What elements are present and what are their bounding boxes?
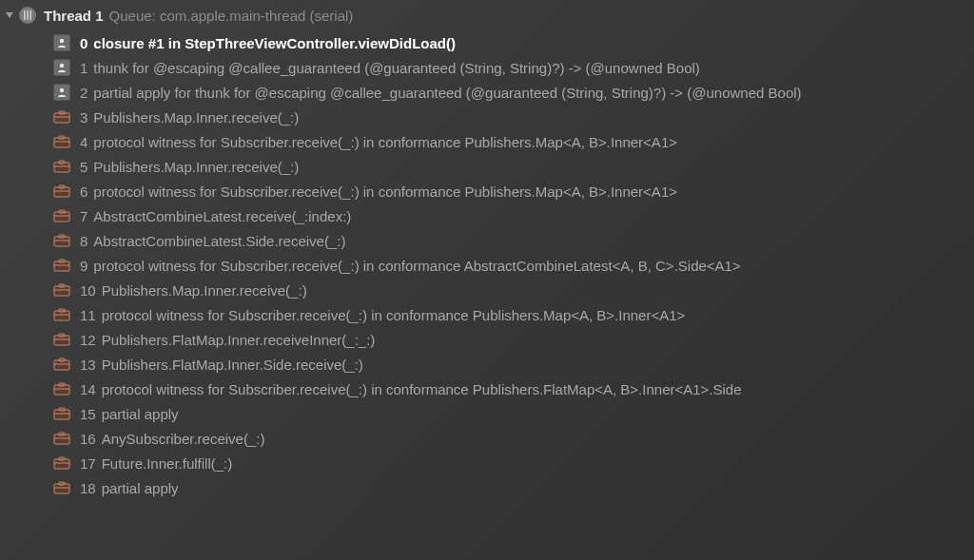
briefcase-icon	[53, 233, 70, 248]
stack-frame-index: 8	[80, 233, 88, 249]
stack-frame-label: partial apply for thunk for @escaping @c…	[93, 85, 801, 101]
debug-navigator-panel: Thread 1 Queue: com.apple.main-thread (s…	[0, 0, 974, 560]
stack-frame-index: 7	[80, 208, 88, 224]
briefcase-icon	[53, 307, 70, 322]
person-icon	[53, 60, 70, 75]
briefcase-icon	[53, 332, 70, 347]
thread-icon	[19, 7, 36, 24]
thread-title: Thread 1	[44, 8, 104, 24]
stack-frame-row[interactable]: 18partial apply	[19, 475, 974, 500]
stack-frame-index: 13	[80, 357, 96, 373]
svg-marker-0	[6, 12, 13, 18]
stack-frame-label: protocol witness for Subscriber.receive(…	[102, 381, 742, 397]
briefcase-icon	[53, 282, 70, 298]
stack-frame-row[interactable]: 16AnySubscriber.receive(_:)	[19, 426, 974, 451]
stack-frame-index: 4	[80, 134, 88, 150]
briefcase-icon	[53, 183, 70, 199]
stack-frame-label: thunk for @escaping @callee_guaranteed (…	[93, 60, 700, 76]
stack-frame-index: 17	[80, 455, 96, 472]
stack-frame-index: 16	[80, 431, 96, 447]
stack-frame-index: 6	[80, 183, 88, 200]
stack-frame-row[interactable]: 2partial apply for thunk for @escaping @…	[19, 80, 974, 105]
stack-frame-label: Publishers.FlatMap.Inner.Side.receive(_:…	[102, 357, 363, 373]
stack-frame-label: Publishers.Map.Inner.receive(_:)	[93, 109, 299, 126]
stack-frame-list: 0closure #1 in StepThreeViewController.v…	[0, 30, 974, 500]
svg-point-5	[60, 64, 64, 68]
stack-frame-row[interactable]: 10Publishers.Map.Inner.receive(_:)	[19, 278, 974, 302]
stack-frame-label: protocol witness for Subscriber.receive(…	[93, 134, 677, 150]
briefcase-icon	[53, 455, 70, 471]
stack-frame-label: partial apply	[102, 406, 179, 422]
briefcase-icon	[53, 480, 70, 495]
stack-frame-row[interactable]: 11protocol witness for Subscriber.receiv…	[19, 302, 974, 327]
stack-frame-row[interactable]: 13Publishers.FlatMap.Inner.Side.receive(…	[19, 352, 974, 377]
stack-frame-label: AnySubscriber.receive(_:)	[102, 431, 265, 447]
svg-rect-3	[30, 10, 32, 20]
briefcase-icon	[53, 357, 70, 372]
thread-queue-label: Queue: com.apple.main-thread (serial)	[109, 8, 354, 24]
stack-frame-label: protocol witness for Subscriber.receive(…	[93, 258, 740, 274]
briefcase-icon	[53, 159, 70, 174]
stack-frame-index: 15	[80, 406, 96, 422]
svg-rect-1	[24, 10, 26, 20]
stack-frame-label: Publishers.Map.Inner.receive(_:)	[102, 282, 307, 299]
stack-frame-row[interactable]: 1thunk for @escaping @callee_guaranteed …	[19, 55, 974, 80]
stack-frame-row[interactable]: 7AbstractCombineLatest.receive(_:index:)	[19, 203, 974, 228]
stack-frame-row[interactable]: 3Publishers.Map.Inner.receive(_:)	[19, 105, 974, 129]
stack-frame-index: 12	[80, 332, 96, 348]
stack-frame-row[interactable]: 12Publishers.FlatMap.Inner.receiveInner(…	[19, 327, 974, 352]
stack-frame-row[interactable]: 6protocol witness for Subscriber.receive…	[19, 179, 974, 203]
stack-frame-label: partial apply	[102, 480, 179, 496]
briefcase-icon	[53, 109, 70, 125]
thread-header[interactable]: Thread 1 Queue: com.apple.main-thread (s…	[0, 0, 974, 30]
stack-frame-row[interactable]: 17Future.Inner.fulfill(_:)	[19, 451, 974, 475]
stack-frame-label: protocol witness for Subscriber.receive(…	[93, 183, 677, 200]
stack-frame-label: protocol witness for Subscriber.receive(…	[102, 307, 686, 323]
svg-point-4	[60, 39, 64, 43]
svg-rect-2	[27, 10, 29, 20]
stack-frame-index: 18	[80, 480, 96, 496]
briefcase-icon	[53, 208, 70, 223]
stack-frame-label: closure #1 in StepThreeViewController.vi…	[93, 35, 456, 51]
stack-frame-row[interactable]: 0closure #1 in StepThreeViewController.v…	[19, 30, 974, 55]
briefcase-icon	[53, 406, 70, 421]
stack-frame-index: 9	[80, 258, 88, 274]
person-icon	[53, 35, 70, 50]
stack-frame-row[interactable]: 14protocol witness for Subscriber.receiv…	[19, 377, 974, 401]
stack-frame-index: 10	[80, 282, 96, 299]
stack-frame-row[interactable]: 8AbstractCombineLatest.Side.receive(_:)	[19, 228, 974, 253]
briefcase-icon	[53, 258, 70, 273]
svg-point-6	[60, 88, 64, 92]
stack-frame-index: 11	[80, 307, 96, 323]
stack-frame-label: AbstractCombineLatest.Side.receive(_:)	[93, 233, 345, 249]
stack-frame-index: 1	[80, 60, 88, 76]
stack-frame-index: 2	[80, 85, 88, 101]
stack-frame-index: 0	[80, 35, 88, 51]
stack-frame-row[interactable]: 15partial apply	[19, 401, 974, 426]
briefcase-icon	[53, 381, 70, 396]
briefcase-icon	[53, 134, 70, 149]
stack-frame-index: 3	[80, 109, 88, 126]
briefcase-icon	[53, 431, 70, 446]
stack-frame-index: 14	[80, 381, 96, 397]
stack-frame-label: Publishers.FlatMap.Inner.receiveInner(_:…	[102, 332, 376, 348]
person-icon	[53, 85, 70, 100]
stack-frame-row[interactable]: 4protocol witness for Subscriber.receive…	[19, 129, 974, 154]
disclosure-triangle-icon[interactable]	[4, 10, 15, 21]
stack-frame-label: Future.Inner.fulfill(_:)	[102, 455, 233, 472]
stack-frame-label: Publishers.Map.Inner.receive(_:)	[93, 159, 299, 175]
stack-frame-label: AbstractCombineLatest.receive(_:index:)	[93, 208, 351, 224]
stack-frame-index: 5	[80, 159, 88, 175]
stack-frame-row[interactable]: 9protocol witness for Subscriber.receive…	[19, 253, 974, 278]
stack-frame-row[interactable]: 5Publishers.Map.Inner.receive(_:)	[19, 154, 974, 179]
